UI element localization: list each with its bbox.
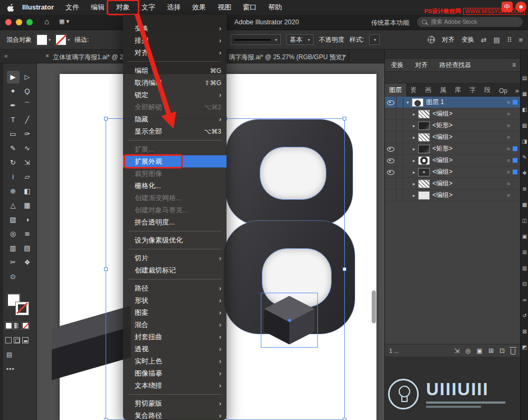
- layers-panel-tab-1[interactable]: 资: [406, 83, 421, 97]
- gradient-tool-icon[interactable]: ▧: [7, 213, 20, 226]
- panel-tab-1[interactable]: 对齐: [409, 61, 433, 70]
- menubar-item-object[interactable]: 对象: [110, 0, 136, 15]
- panel-menu-icon[interactable]: ≡: [518, 36, 523, 44]
- disclosure-triangle-icon[interactable]: ▾: [403, 100, 412, 105]
- more-options-icon[interactable]: ⠿: [507, 36, 512, 44]
- visibility-toggle[interactable]: [385, 143, 397, 154]
- layer-row[interactable]: ▾图层 1○: [385, 97, 520, 108]
- menu-item-group[interactable]: 编组⌘G: [123, 64, 227, 77]
- visibility-toggle[interactable]: [385, 120, 397, 131]
- blend-tool-icon[interactable]: ◎: [7, 228, 20, 240]
- draw-normal-button[interactable]: [5, 337, 12, 343]
- disclosure-triangle-icon[interactable]: ▸: [410, 158, 418, 163]
- menubar-item-illustrator[interactable]: Illustrator: [16, 0, 60, 15]
- menubar-item-type[interactable]: 文字: [136, 0, 161, 15]
- paintbrush-tool-icon[interactable]: ✑: [21, 128, 34, 141]
- menu-item-clipping-mask[interactable]: 剪切蒙版›: [123, 397, 227, 409]
- layer-row[interactable]: ▸<编组>○: [385, 166, 520, 178]
- menu-item-perspective[interactable]: 透视›: [123, 343, 227, 355]
- menu-item-flatten-transparency[interactable]: 拼合透明度...: [123, 216, 227, 228]
- info-panel-icon[interactable]: ◩: [521, 339, 528, 355]
- new-sublayer-icon[interactable]: ⊞: [488, 347, 494, 354]
- menubar-item-effect[interactable]: 效果: [186, 0, 212, 15]
- transform-panel-label[interactable]: 变换: [461, 35, 474, 44]
- visibility-toggle[interactable]: [385, 108, 397, 119]
- layer-row[interactable]: ▸<矩形>○: [385, 143, 520, 155]
- arrange-documents-icon[interactable]: ▦ ▾: [59, 18, 69, 25]
- menu-item-compound-path[interactable]: 复合路径›: [123, 409, 227, 420]
- visibility-toggle[interactable]: [385, 178, 397, 189]
- color-panel-icon[interactable]: ◧: [521, 101, 528, 117]
- delete-icon[interactable]: [511, 349, 515, 354]
- stroke-swatch[interactable]: [16, 302, 29, 315]
- close-window-button[interactable]: [5, 19, 12, 25]
- disclosure-triangle-icon[interactable]: ▸: [410, 111, 418, 117]
- properties-panel-icon[interactable]: ▤: [521, 70, 528, 86]
- panel-tab-2[interactable]: 路径查找器: [433, 61, 477, 70]
- menu-item-envelope-distort[interactable]: 封套扭曲›: [123, 331, 227, 343]
- target-circle-icon[interactable]: ○: [504, 99, 513, 105]
- selection-handle[interactable]: [104, 267, 108, 271]
- symbols-panel-icon[interactable]: ❖: [521, 165, 528, 181]
- type-tool-icon[interactable]: T: [7, 114, 20, 126]
- menubar-item-view[interactable]: 视图: [212, 0, 237, 15]
- menu-item-crop-marks[interactable]: 创建裁切标记: [123, 264, 227, 276]
- lock-toggle[interactable]: [397, 190, 403, 201]
- edit-toolbar-icon[interactable]: •••: [6, 366, 15, 373]
- appearance-panel-icon[interactable]: ▣: [521, 228, 528, 244]
- visibility-toggle[interactable]: [385, 166, 397, 178]
- perspective-grid-tool-icon[interactable]: △: [7, 199, 20, 212]
- target-circle-icon[interactable]: ○: [504, 169, 513, 175]
- minimize-window-button[interactable]: [16, 19, 22, 25]
- visibility-toggle[interactable]: [385, 132, 397, 143]
- width-tool-icon[interactable]: ≀: [7, 171, 20, 183]
- draw-inside-button[interactable]: [22, 337, 29, 343]
- menu-item-show-all[interactable]: 显示全部⌥⌘3: [123, 125, 227, 137]
- free-transform-tool-icon[interactable]: ▱: [21, 171, 34, 183]
- disclosure-triangle-icon[interactable]: ▸: [410, 123, 418, 128]
- layers-panel-tab-4[interactable]: 库: [450, 83, 465, 97]
- lock-toggle[interactable]: [397, 178, 403, 189]
- layer-name[interactable]: <编组>: [432, 109, 504, 118]
- target-circle-icon[interactable]: ○: [504, 123, 513, 128]
- menu-item-live-paint[interactable]: 实时上色›: [123, 355, 227, 367]
- panel-group-menu-icon[interactable]: ≡: [512, 61, 516, 69]
- draw-behind-button[interactable]: [14, 337, 20, 343]
- asset-export-panel-icon[interactable]: ⊟: [521, 276, 528, 292]
- rectangle-tool-icon[interactable]: ▭: [7, 128, 20, 141]
- stroke-panel-icon[interactable]: ≣: [521, 181, 528, 197]
- color-button[interactable]: [5, 322, 12, 329]
- fill-color-swatch[interactable]: ▾: [36, 34, 51, 45]
- menu-item-path[interactable]: 路径›: [123, 282, 227, 294]
- column-graph-tool-icon[interactable]: ▥: [7, 242, 20, 255]
- new-layer-icon[interactable]: ⊡: [499, 347, 505, 354]
- document-tab-2[interactable]: 璃字海报.ai* @ 25.27% (RGB/GPU 预览): [229, 53, 344, 62]
- stock-search-input[interactable]: 搜索 Adobe Stock: [417, 17, 523, 27]
- brushes-panel-icon[interactable]: ✎: [521, 149, 528, 165]
- target-circle-icon[interactable]: ○: [504, 192, 513, 198]
- shape-builder-tool-icon[interactable]: ⊕: [7, 185, 20, 198]
- selection-tool-icon[interactable]: ▶: [7, 71, 20, 83]
- mesh-tool-icon[interactable]: ▦: [21, 199, 34, 212]
- make-clipping-mask-icon[interactable]: ▣: [477, 347, 483, 354]
- artboards-panel-icon[interactable]: ▥: [521, 260, 528, 276]
- visibility-toggle[interactable]: [385, 97, 397, 108]
- menu-item-slice[interactable]: 切片›: [123, 252, 227, 264]
- layers-panel-tab-6[interactable]: 段: [480, 83, 495, 97]
- libraries-panel-icon[interactable]: ▦: [521, 86, 528, 101]
- menu-item-align[interactable]: 对齐›: [123, 46, 227, 59]
- navigator-panel-icon[interactable]: ⊠: [521, 323, 528, 339]
- menu-item-blend[interactable]: 混合›: [123, 319, 227, 331]
- direct-selection-tool-icon[interactable]: ▷: [21, 71, 34, 83]
- stroke-width-dropdown[interactable]: ▾: [231, 34, 281, 45]
- selection-handle[interactable]: [343, 267, 346, 271]
- slice-tool-icon[interactable]: ✂: [7, 256, 20, 269]
- symbol-sprayer-tool-icon[interactable]: ≋: [21, 228, 34, 240]
- swatches-panel-icon[interactable]: ◨: [521, 133, 528, 149]
- menu-item-hide[interactable]: 隐藏›: [123, 113, 227, 125]
- links-panel-icon[interactable]: ∞: [521, 292, 528, 307]
- apple-icon[interactable]: [7, 4, 14, 12]
- visibility-toggle[interactable]: [385, 190, 397, 201]
- disclosure-triangle-icon[interactable]: ▸: [410, 170, 418, 175]
- lasso-tool-icon[interactable]: Ϙ: [21, 85, 34, 98]
